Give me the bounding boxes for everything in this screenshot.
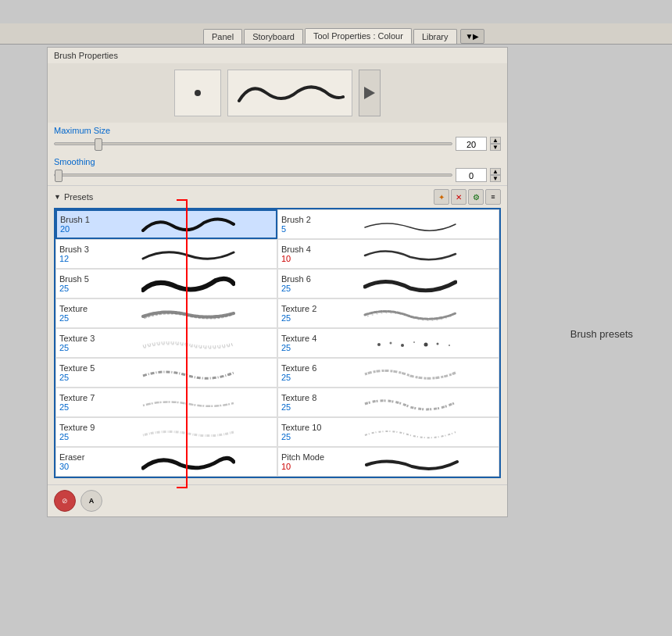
max-size-label: Maximum Size <box>54 126 501 135</box>
eraser-preview <box>103 451 273 473</box>
max-size-section: Maximum Size 20 ▲ ▼ <box>48 123 507 154</box>
texture6-info: Texture 6 25 <box>281 363 322 382</box>
brush-cell-texture2[interactable]: Texture 2 25 <box>277 298 499 328</box>
svg-point-4 <box>424 343 428 347</box>
brush-cell-texture8[interactable]: Texture 8 25 <box>277 388 499 417</box>
brush2-name: Brush 2 <box>281 215 322 224</box>
preset-settings-icon[interactable]: ⚙ <box>468 189 484 205</box>
max-size-track[interactable] <box>54 142 452 145</box>
bottom-icon-1[interactable]: ⊘ <box>54 490 76 512</box>
max-size-up[interactable]: ▲ <box>490 137 501 144</box>
smoothing-thumb[interactable] <box>55 170 63 182</box>
smoothing-value[interactable]: 0 <box>456 168 487 182</box>
brush2-info: Brush 2 5 <box>281 215 322 234</box>
brush1-size: 20 <box>60 224 101 234</box>
pitchmode-size: 10 <box>281 462 324 471</box>
smoothing-up[interactable]: ▲ <box>490 168 501 175</box>
tab-library[interactable]: Library <box>413 29 457 44</box>
eraser-name: Eraser <box>59 452 100 462</box>
svg-point-5 <box>437 343 439 345</box>
brush-preview-small <box>174 70 221 116</box>
texture5-size: 25 <box>59 373 100 382</box>
preset-add-icon[interactable]: ✦ <box>434 189 449 205</box>
brush3-info: Brush 3 12 <box>59 245 100 263</box>
brush-cell-brush1[interactable]: Brush 1 20 <box>55 209 277 239</box>
presets-triangle-icon: ▼ <box>54 193 61 201</box>
bottom-toolbar: ⊘ A <box>48 484 507 516</box>
tab-tool-properties[interactable]: Tool Properties : Colour <box>305 28 412 44</box>
pitchmode-preview <box>327 451 495 473</box>
texture2-info: Texture 2 25 <box>281 304 322 323</box>
texture7-preview <box>103 391 273 413</box>
smoothing-track[interactable] <box>54 173 452 177</box>
texture5-preview <box>103 362 273 384</box>
texture9-name: Texture 9 <box>59 423 100 432</box>
brush-stroke-preview <box>235 77 345 109</box>
max-size-down[interactable]: ▼ <box>490 144 501 151</box>
max-size-row: 20 ▲ ▼ <box>54 137 501 151</box>
panel-title: Brush Properties <box>48 48 507 63</box>
smoothing-section: Smoothing 0 ▲ ▼ <box>48 154 507 185</box>
texture4-preview <box>325 332 495 354</box>
brush-cell-eraser[interactable]: Eraser 30 <box>55 447 277 477</box>
texture3-size: 25 <box>59 343 100 352</box>
texture-size: 25 <box>59 313 100 323</box>
brush-cell-brush5[interactable]: Brush 5 25 <box>55 269 277 298</box>
brush4-name: Brush 4 <box>281 245 322 254</box>
brush1-preview <box>104 213 273 235</box>
pitchmode-info: Pitch Mode 10 <box>281 452 324 471</box>
brush-cell-texture10[interactable]: Texture 10 25 <box>277 417 499 447</box>
texture5-info: Texture 5 25 <box>59 363 100 382</box>
preview-play-button[interactable] <box>359 70 381 116</box>
brush-cell-texture9[interactable]: Texture 9 25 <box>55 417 277 447</box>
svg-point-0 <box>377 343 381 346</box>
brush-cell-pitchmode[interactable]: Pitch Mode 10 <box>277 447 499 477</box>
brush-cell-brush6[interactable]: Brush 6 25 <box>277 269 499 298</box>
brush-cell-texture5[interactable]: Texture 5 25 <box>55 358 277 388</box>
brush3-size: 12 <box>59 254 100 263</box>
smoothing-down[interactable]: ▼ <box>490 175 501 182</box>
tab-bar: Panel Storyboard Tool Properties : Colou… <box>0 23 672 45</box>
brush-cell-brush2[interactable]: Brush 2 5 <box>277 209 499 239</box>
texture-preview <box>103 302 273 324</box>
texture10-size: 25 <box>281 432 322 441</box>
brush4-info: Brush 4 10 <box>281 245 322 263</box>
presets-label: Presets <box>64 192 93 202</box>
brush-dot-preview <box>195 90 201 96</box>
max-size-thumb[interactable] <box>95 138 102 151</box>
texture2-preview <box>325 302 495 324</box>
brush1-name: Brush 1 <box>60 215 101 224</box>
brush-presets-bracket <box>177 199 188 488</box>
eraser-size: 30 <box>59 462 100 471</box>
pitchmode-name: Pitch Mode <box>281 452 324 462</box>
bottom-icon-2[interactable]: A <box>80 490 102 512</box>
texture-name: Texture <box>59 304 100 313</box>
brush2-size: 5 <box>281 224 322 234</box>
tab-panel[interactable]: Panel <box>203 29 242 44</box>
brush-cell-texture[interactable]: Texture 25 <box>55 298 277 328</box>
tab-storyboard[interactable]: Storyboard <box>244 29 303 44</box>
preset-delete-icon[interactable]: ✕ <box>451 189 466 205</box>
brush-cell-texture3[interactable]: Texture 3 25 <box>55 328 277 358</box>
max-size-value[interactable]: 20 <box>456 137 487 151</box>
preset-list-icon[interactable]: ≡ <box>485 189 501 205</box>
brush-cell-texture6[interactable]: Texture 6 25 <box>277 358 499 388</box>
brush-cell-texture4[interactable]: Texture 4 25 <box>277 328 499 358</box>
brush-preview-large <box>227 70 352 116</box>
svg-point-6 <box>449 345 450 346</box>
presets-icons: ✦ ✕ ⚙ ≡ <box>434 189 501 205</box>
tab-overflow-icon[interactable]: ▼▶ <box>460 29 485 44</box>
texture10-info: Texture 10 25 <box>281 423 322 441</box>
texture9-size: 25 <box>59 432 100 441</box>
presets-title: ▼ Presets <box>54 192 93 202</box>
eraser-info: Eraser 30 <box>59 452 100 471</box>
texture2-size: 25 <box>281 313 322 323</box>
brush-cell-brush4[interactable]: Brush 4 10 <box>277 239 499 269</box>
texture8-info: Texture 8 25 <box>281 393 322 412</box>
brush5-preview <box>103 273 273 295</box>
brush-cell-texture7[interactable]: Texture 7 25 <box>55 388 277 417</box>
brush6-size: 25 <box>281 284 322 293</box>
texture6-name: Texture 6 <box>281 363 322 373</box>
brush-cell-brush3[interactable]: Brush 3 12 <box>55 239 277 269</box>
brush-presets-label: Brush presets <box>570 328 633 340</box>
